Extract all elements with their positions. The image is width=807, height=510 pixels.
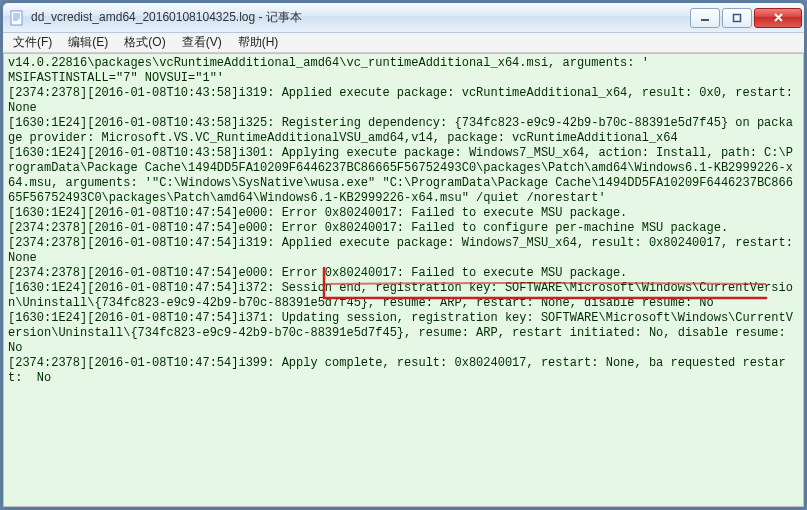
titlebar[interactable]: dd_vcredist_amd64_20160108104325.log - 记… (3, 3, 804, 33)
menu-format[interactable]: 格式(O) (116, 32, 173, 53)
log-line: v14.0.22816\packages\vcRuntimeAdditional… (8, 56, 649, 70)
window-controls (688, 8, 802, 28)
window-title: dd_vcredist_amd64_20160108104325.log - 记… (31, 9, 688, 26)
log-line: [1630:1E24][2016-01-08T10:47:54]i372: Se… (8, 281, 793, 310)
notepad-icon (9, 10, 25, 26)
log-line: [2374:2378][2016-01-08T10:47:54]e000: Er… (8, 266, 627, 280)
notepad-window: dd_vcredist_amd64_20160108104325.log - 记… (2, 2, 805, 508)
text-area[interactable]: v14.0.22816\packages\vcRuntimeAdditional… (3, 53, 804, 507)
svg-rect-6 (734, 14, 741, 21)
log-line: [2374:2378][2016-01-08T10:47:54]i319: Ap… (8, 236, 800, 265)
menu-edit[interactable]: 编辑(E) (60, 32, 116, 53)
log-line: [1630:1E24][2016-01-08T10:43:58]i325: Re… (8, 116, 793, 145)
menu-help[interactable]: 帮助(H) (230, 32, 287, 53)
close-button[interactable] (754, 8, 802, 28)
log-line: [2374:2378][2016-01-08T10:47:54]e000: Er… (8, 221, 728, 235)
log-line: [1630:1E24][2016-01-08T10:47:54]i371: Up… (8, 311, 793, 355)
log-line: [2374:2378][2016-01-08T10:43:58]i319: Ap… (8, 86, 800, 115)
log-line: [1630:1E24][2016-01-08T10:47:54]e000: Er… (8, 206, 627, 220)
menubar: 文件(F) 编辑(E) 格式(O) 查看(V) 帮助(H) (3, 33, 804, 53)
menu-view[interactable]: 查看(V) (174, 32, 230, 53)
minimize-button[interactable] (690, 8, 720, 28)
log-line: MSIFASTINSTALL="7" NOVSUI="1"' (8, 71, 224, 85)
menu-file[interactable]: 文件(F) (5, 32, 60, 53)
log-line: [1630:1E24][2016-01-08T10:43:58]i301: Ap… (8, 146, 793, 205)
log-line: [2374:2378][2016-01-08T10:47:54]i399: Ap… (8, 356, 786, 385)
maximize-button[interactable] (722, 8, 752, 28)
